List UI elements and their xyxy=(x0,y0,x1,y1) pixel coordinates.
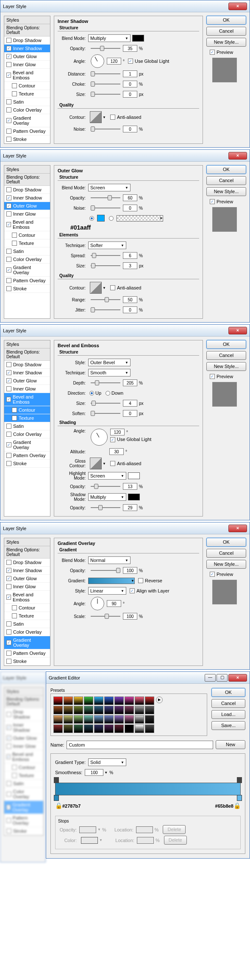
highlight-opacity-input[interactable] xyxy=(123,483,137,490)
style-contour[interactable]: Contour xyxy=(4,604,50,612)
size-input[interactable] xyxy=(123,91,137,98)
preset-swatch[interactable] xyxy=(104,706,114,714)
preset-swatch[interactable] xyxy=(64,715,73,724)
new-style-button[interactable]: New Style... xyxy=(206,187,246,196)
titlebar[interactable]: Layer Style × xyxy=(0,325,250,337)
gradient-style-dropdown[interactable]: Linear▼ xyxy=(88,587,126,595)
ok-button[interactable]: OK xyxy=(206,538,246,547)
cancel-button[interactable]: Cancel xyxy=(206,351,246,360)
scale-slider[interactable] xyxy=(91,616,120,617)
opacity-stop-left[interactable] xyxy=(54,777,59,783)
titlebar[interactable]: Layer Style × xyxy=(0,0,250,12)
preset-swatch[interactable] xyxy=(74,696,83,705)
opacity-stop-right[interactable] xyxy=(237,777,242,783)
jitter-slider[interactable] xyxy=(91,309,120,310)
chevron-down-icon[interactable]: ▼ xyxy=(104,771,108,775)
preset-swatch[interactable] xyxy=(125,724,134,733)
new-style-button[interactable]: New Style... xyxy=(206,362,246,371)
close-button[interactable]: × xyxy=(228,674,247,682)
opacity-input[interactable] xyxy=(123,194,137,201)
size-input[interactable] xyxy=(123,262,137,269)
blend-mode-dropdown[interactable]: Screen▼ xyxy=(88,184,131,191)
preset-swatch[interactable] xyxy=(94,696,103,705)
close-button[interactable]: × xyxy=(228,152,247,160)
range-slider[interactable] xyxy=(91,299,120,300)
preset-swatch[interactable] xyxy=(94,715,103,724)
style-inner-glow[interactable]: Inner Glow xyxy=(4,61,50,69)
preset-swatch[interactable] xyxy=(94,706,103,714)
opacity-slider[interactable] xyxy=(91,48,120,49)
color-swatch[interactable] xyxy=(132,35,144,42)
reverse-checkbox[interactable] xyxy=(138,578,143,583)
blend-mode-dropdown[interactable]: Multiply▼ xyxy=(88,34,131,42)
style-inner-glow[interactable]: Inner Glow xyxy=(4,210,50,218)
style-bevel[interactable]: Bevel and Emboss xyxy=(4,69,50,82)
preset-swatch[interactable] xyxy=(53,696,63,705)
preset-swatch[interactable] xyxy=(125,715,134,724)
style-satin[interactable]: Satin xyxy=(4,98,50,106)
style-bevel[interactable]: Bevel and Emboss xyxy=(4,393,50,406)
scale-input[interactable] xyxy=(123,613,137,620)
noise-input[interactable] xyxy=(123,205,137,211)
contour-picker[interactable] xyxy=(90,282,102,294)
style-gradient-overlay[interactable]: Gradient Overlay xyxy=(4,636,50,649)
style-outer-glow[interactable]: Outer Glow xyxy=(4,377,50,385)
preset-swatch[interactable] xyxy=(114,696,124,705)
style-inner-shadow[interactable]: Inner Shadow xyxy=(4,567,50,575)
preset-swatch[interactable] xyxy=(64,724,73,733)
color-stop-left[interactable] xyxy=(54,795,59,801)
style-pattern-overlay[interactable]: Pattern Overlay xyxy=(4,452,50,460)
preset-swatch[interactable] xyxy=(125,696,134,705)
depth-slider[interactable] xyxy=(91,382,120,383)
shadow-color-swatch[interactable] xyxy=(128,494,140,500)
style-stroke[interactable]: Stroke xyxy=(4,657,50,666)
style-satin[interactable]: Satin xyxy=(4,620,50,628)
save-button[interactable]: Save... xyxy=(211,721,245,730)
preset-swatch[interactable] xyxy=(84,706,93,714)
preset-swatch[interactable] xyxy=(64,696,73,705)
highlight-opacity-slider[interactable] xyxy=(91,486,120,487)
style-inner-glow[interactable]: Inner Glow xyxy=(4,385,50,393)
style-stroke[interactable]: Stroke xyxy=(4,285,50,293)
close-button[interactable]: × xyxy=(228,3,247,10)
preset-swatch[interactable] xyxy=(114,724,124,733)
preset-swatch[interactable] xyxy=(125,706,134,714)
titlebar[interactable]: Layer Style × xyxy=(0,150,250,162)
style-contour[interactable]: Contour xyxy=(4,82,50,90)
style-color-overlay[interactable]: Color Overlay xyxy=(4,106,50,114)
size-slider[interactable] xyxy=(91,403,120,404)
altitude-input[interactable] xyxy=(109,448,124,455)
preset-swatch[interactable] xyxy=(84,724,93,733)
glow-gradient-picker[interactable]: ▼ xyxy=(117,215,163,222)
preset-swatch[interactable] xyxy=(114,706,124,714)
preset-swatch[interactable] xyxy=(74,706,83,714)
noise-input[interactable] xyxy=(123,126,137,132)
opacity-input[interactable] xyxy=(123,45,137,52)
noise-slider[interactable] xyxy=(91,208,120,208)
style-gradient-overlay[interactable]: Gradient Overlay xyxy=(4,438,50,452)
style-drop-shadow[interactable]: Drop Shadow xyxy=(4,37,50,45)
highlight-mode-dropdown[interactable]: Screen▼ xyxy=(88,472,126,480)
technique-dropdown[interactable]: Smooth▼ xyxy=(88,369,131,376)
highlight-color-swatch[interactable] xyxy=(128,472,140,479)
style-stroke[interactable]: Stroke xyxy=(4,460,50,468)
size-slider[interactable] xyxy=(91,94,120,95)
minimize-button[interactable]: — xyxy=(205,674,216,682)
angle-dial[interactable] xyxy=(91,429,108,446)
range-input[interactable] xyxy=(123,296,137,303)
jitter-input[interactable] xyxy=(123,306,137,313)
technique-dropdown[interactable]: Softer▼ xyxy=(88,241,126,249)
shadow-mode-dropdown[interactable]: Multiply▼ xyxy=(88,493,126,501)
new-gradient-button[interactable]: New xyxy=(216,740,245,749)
new-style-button[interactable]: New Style... xyxy=(206,38,246,47)
preview-checkbox[interactable] xyxy=(210,374,215,379)
style-outer-glow[interactable]: Outer Glow xyxy=(4,53,50,61)
direction-down-radio[interactable] xyxy=(106,391,110,396)
distance-input[interactable] xyxy=(123,70,137,77)
smoothness-input[interactable] xyxy=(85,769,103,776)
preset-swatch[interactable] xyxy=(114,715,124,724)
antialiased-checkbox[interactable] xyxy=(110,285,115,290)
titlebar[interactable]: Layer Style × xyxy=(0,522,250,534)
preset-swatch[interactable] xyxy=(64,706,73,714)
style-gradient-overlay[interactable]: Gradient Overlay xyxy=(4,264,50,277)
